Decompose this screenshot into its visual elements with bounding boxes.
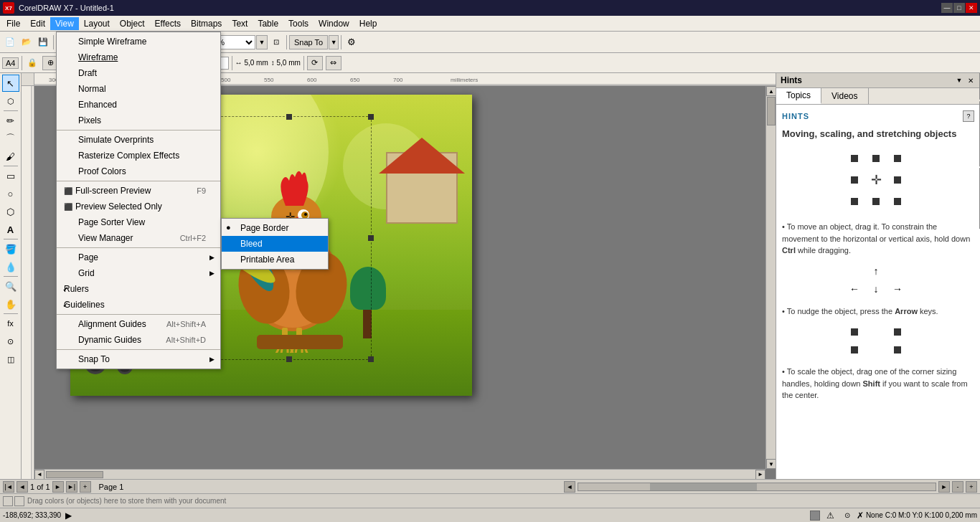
- toolbox: ↖ ⬡ ✏ ⌒ 🖌 ▭ ○ ⬡ A 🪣 💧 🔍 ✋ fx ⊙ ◫: [0, 73, 22, 479]
- text-tool[interactable]: A: [2, 221, 19, 238]
- blend-tool[interactable]: ⊙: [2, 333, 19, 350]
- menu-text[interactable]: Text: [227, 17, 253, 30]
- menu-view[interactable]: View: [50, 17, 79, 30]
- first-page-button[interactable]: |◄: [3, 481, 14, 493]
- close-button[interactable]: ✕: [966, 3, 977, 13]
- color-proof-button[interactable]: ⊙: [840, 510, 854, 521]
- scroll-right-button[interactable]: ►: [755, 470, 765, 480]
- menu-bitmaps[interactable]: Bitmaps: [186, 17, 227, 30]
- menu-effects[interactable]: Effects: [150, 17, 186, 30]
- menu-preview-selected[interactable]: ⬛Preview Selected Only: [57, 199, 220, 214]
- lock-ratio-button[interactable]: 🔒: [25, 56, 39, 70]
- transform-button[interactable]: ⟳: [307, 56, 323, 70]
- menu-grid[interactable]: Grid▶: [57, 265, 220, 281]
- new-button[interactable]: 📄: [2, 34, 18, 50]
- snap-dropdown[interactable]: ▼: [329, 35, 339, 49]
- menu-pixels[interactable]: Pixels: [57, 113, 220, 128]
- brush-tool[interactable]: 🖌: [2, 148, 19, 165]
- hand-tool[interactable]: ✋: [2, 295, 19, 313]
- node-tool[interactable]: ⬡: [2, 92, 19, 110]
- menu-view-manager[interactable]: View ManagerCtrl+F2: [57, 230, 220, 246]
- menu-simple-wireframe[interactable]: Simple Wireframe: [57, 34, 220, 49]
- menu-wireframe[interactable]: Wireframe: [57, 49, 220, 65]
- menu-table[interactable]: Table: [253, 17, 283, 30]
- options-button[interactable]: ⚙: [344, 34, 359, 50]
- zoom-in-status-button[interactable]: +: [966, 481, 977, 493]
- fill-tool[interactable]: 🪣: [2, 240, 19, 257]
- menu-fullscreen[interactable]: ⬛Full-screen Preview F9: [57, 183, 220, 199]
- hints-help-button[interactable]: ?: [963, 110, 974, 122]
- shadow-tool[interactable]: ◫: [2, 351, 19, 368]
- menu-file[interactable]: File: [1, 17, 25, 30]
- menu-guidelines[interactable]: ✓Guidelines: [57, 297, 220, 313]
- menu-alignment-guides[interactable]: Alignment GuidesAlt+Shift+A: [57, 316, 220, 332]
- scroll-thumb-v[interactable]: [767, 97, 776, 125]
- menu-object[interactable]: Object: [115, 17, 150, 30]
- vertical-scrollbar[interactable]: ▲ ▼: [765, 86, 776, 469]
- menu-edit[interactable]: Edit: [25, 17, 50, 30]
- zoom-out-status-button[interactable]: -: [952, 481, 963, 493]
- submenu-bleed[interactable]: Bleed: [222, 236, 328, 252]
- color-mode-indicator: ⚠ ⊙ ✗ None C:0 M:0 Y:0 K:100 0,200 mm: [810, 510, 977, 521]
- menu-draft[interactable]: Draft: [57, 65, 220, 81]
- menu-enhanced[interactable]: Enhanced: [57, 97, 220, 113]
- effects-tool[interactable]: fx: [2, 315, 19, 332]
- menu-simulate-overprints[interactable]: Simulate Overprints: [57, 132, 220, 148]
- hints-bullet-3: • To scale the object, drag one of the c…: [782, 366, 974, 402]
- scroll-end-button[interactable]: ►: [938, 481, 950, 493]
- scroll-down-button[interactable]: ▼: [766, 459, 776, 469]
- select-tool[interactable]: ↖: [2, 75, 19, 92]
- menu-dynamic-guides[interactable]: Dynamic GuidesAlt+Shift+D: [57, 332, 220, 348]
- zoom-tool[interactable]: 🔍: [2, 277, 19, 295]
- menu-page[interactable]: Page▶: [57, 250, 220, 265]
- minimize-button[interactable]: —: [941, 3, 953, 13]
- menu-page-sorter[interactable]: Page Sorter View: [57, 214, 220, 230]
- polygon-tool[interactable]: ⬡: [2, 203, 19, 220]
- menu-help[interactable]: Help: [354, 17, 382, 30]
- page-submenu: ●Page Border Bleed Printable Area: [221, 218, 329, 270]
- panel-close-button[interactable]: ✕: [966, 75, 976, 85]
- freehand-tool[interactable]: ✏: [2, 112, 19, 129]
- svg-text:500: 500: [221, 77, 231, 83]
- bezier-tool[interactable]: ⌒: [2, 130, 19, 147]
- scroll-left-button[interactable]: ◄: [34, 470, 44, 480]
- hints-section-title: HINTS: [782, 112, 809, 120]
- svg-text:600: 600: [307, 77, 317, 83]
- zoom-fit-button[interactable]: ⊡: [268, 34, 284, 50]
- menu-rasterize[interactable]: Rasterize Complex Effects: [57, 148, 220, 163]
- horizontal-scrollbar[interactable]: ◄ ►: [34, 469, 765, 479]
- menu-tools[interactable]: Tools: [283, 17, 314, 30]
- drag-hint: Drag colors (or objects) here to store t…: [27, 497, 226, 505]
- snap-to-button[interactable]: Snap To: [289, 35, 328, 49]
- scroll-up-button[interactable]: ▲: [766, 86, 776, 96]
- scroll-start-button[interactable]: ◄: [564, 481, 575, 493]
- menu-rulers[interactable]: ✓Rulers: [57, 281, 220, 297]
- last-page-button[interactable]: ►|: [66, 481, 77, 493]
- titlebar: X7 CorelDRAW X7 - Untitled-1 — □ ✕: [0, 0, 980, 16]
- menu-window[interactable]: Window: [314, 17, 354, 30]
- tab-videos[interactable]: Videos: [821, 88, 868, 104]
- next-page-button[interactable]: ►: [52, 481, 64, 493]
- mirror-h-button[interactable]: ⇔: [326, 56, 341, 70]
- page-scroll-track[interactable]: [578, 483, 936, 491]
- web-warning-button[interactable]: ⚠: [824, 510, 838, 521]
- open-button[interactable]: 📂: [19, 34, 34, 50]
- ellipse-tool[interactable]: ○: [2, 185, 19, 202]
- rectangle-tool[interactable]: ▭: [2, 167, 19, 184]
- maximize-button[interactable]: □: [953, 3, 965, 13]
- menu-snap-to[interactable]: Snap To▶: [57, 351, 220, 367]
- scroll-thumb-h[interactable]: [46, 471, 103, 478]
- menu-proof-colors[interactable]: Proof Colors: [57, 163, 220, 179]
- menu-normal[interactable]: Normal: [57, 81, 220, 97]
- submenu-page-border[interactable]: ●Page Border: [222, 220, 328, 236]
- tab-topics[interactable]: Topics: [776, 88, 821, 104]
- save-button[interactable]: 💾: [35, 34, 51, 50]
- menu-layout[interactable]: Layout: [79, 17, 115, 30]
- zoom-options-button[interactable]: ▼: [256, 35, 268, 49]
- submenu-printable-area[interactable]: Printable Area: [222, 252, 328, 267]
- dropper-tool[interactable]: 💧: [2, 258, 19, 275]
- panel-options-button[interactable]: ▼: [954, 75, 964, 85]
- prev-page-button[interactable]: ◄: [17, 481, 28, 493]
- add-page-button[interactable]: +: [80, 481, 91, 493]
- page-nav: |◄ ◄ 1 of 1 ► ►| + Page 1 ◄ ► - +: [0, 479, 980, 493]
